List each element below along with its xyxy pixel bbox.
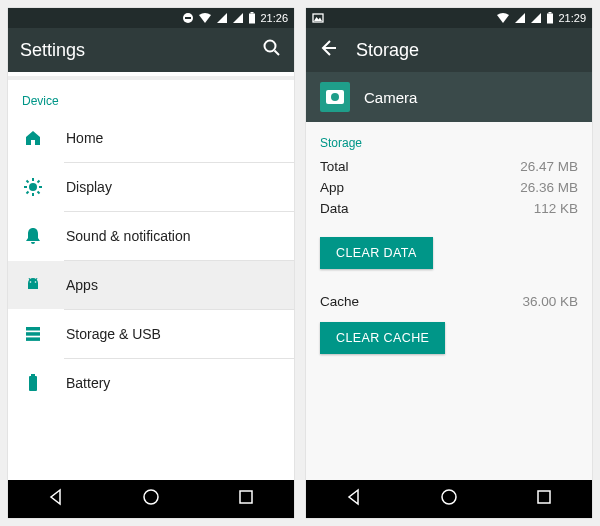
storage-icon [22,324,44,344]
battery-icon [22,373,44,393]
svg-point-29 [442,490,456,504]
item-label: Sound & notification [66,228,191,244]
svg-rect-22 [29,376,37,391]
back-icon[interactable] [318,38,338,62]
row-cache: Cache 36.00 KB [306,291,592,312]
svg-line-12 [38,192,40,194]
signal-icon-2 [232,12,244,24]
svg-point-24 [144,490,158,504]
sidebar-item-apps[interactable]: Apps [8,261,294,309]
battery-icon [248,12,256,24]
wifi-icon [496,12,510,24]
svg-rect-27 [547,14,553,24]
battery-icon [546,12,554,24]
svg-point-6 [29,183,37,191]
svg-rect-19 [26,327,40,331]
storage-screen: 21:29 Storage Camera Storage Total 26.47… [306,8,592,518]
search-icon[interactable] [262,38,282,62]
value-total: 26.47 MB [520,159,578,174]
item-label: Storage & USB [66,326,161,342]
label-data: Data [320,201,349,216]
svg-point-15 [30,281,32,283]
storage-content: Storage Total 26.47 MB App 26.36 MB Data… [306,122,592,480]
section-storage-label: Storage [306,122,592,156]
recent-nav-icon[interactable] [533,486,555,512]
home-icon [22,128,44,148]
status-time: 21:29 [558,12,586,24]
settings-screen: 21:26 Settings Device Home Display [8,8,294,518]
sidebar-item-sound[interactable]: Sound & notification [8,212,294,260]
label-app: App [320,180,344,195]
svg-rect-23 [31,374,35,376]
svg-rect-28 [549,12,552,14]
status-bar: 21:26 [8,8,294,28]
page-title: Settings [20,40,85,61]
sidebar-item-display[interactable]: Display [8,163,294,211]
svg-line-18 [36,278,37,280]
home-nav-icon[interactable] [438,486,460,512]
item-label: Battery [66,375,110,391]
app-bar: Storage [306,28,592,72]
svg-rect-21 [26,337,40,341]
brightness-icon [22,177,44,197]
storage-readout: Total 26.47 MB App 26.36 MB Data 112 KB [306,156,592,227]
row-app: App 26.36 MB [306,177,592,198]
svg-rect-1 [185,17,191,19]
svg-line-13 [27,192,29,194]
svg-rect-25 [240,491,252,503]
signal-icon-2 [530,12,542,24]
recent-nav-icon[interactable] [235,486,257,512]
row-total: Total 26.47 MB [306,156,592,177]
svg-point-16 [35,281,37,283]
label-cache: Cache [320,294,359,309]
bell-icon [22,226,44,246]
status-bar: 21:29 [306,8,592,28]
app-header: Camera [306,72,592,122]
svg-rect-20 [26,332,40,336]
clear-cache-button[interactable]: CLEAR CACHE [320,322,445,354]
item-label: Display [66,179,112,195]
back-nav-icon[interactable] [343,486,365,512]
android-icon [22,275,44,295]
status-time: 21:26 [260,12,288,24]
nav-bar [8,480,294,518]
nav-bar [306,480,592,518]
svg-rect-30 [538,491,550,503]
app-bar: Settings [8,28,294,72]
home-nav-icon[interactable] [140,486,162,512]
camera-app-icon [320,82,350,112]
settings-content: Device Home Display Sound & notification [8,80,294,480]
value-data: 112 KB [534,201,578,216]
signal-icon [216,12,228,24]
svg-line-17 [29,278,30,280]
svg-rect-2 [249,14,255,24]
back-nav-icon[interactable] [45,486,67,512]
dnd-icon [182,12,194,24]
value-app: 26.36 MB [520,180,578,195]
section-device-label: Device [8,80,294,114]
label-total: Total [320,159,349,174]
sidebar-item-battery[interactable]: Battery [8,359,294,407]
wifi-icon [198,12,212,24]
clear-data-button[interactable]: CLEAR DATA [320,237,433,269]
item-label: Home [66,130,103,146]
app-name: Camera [364,89,417,106]
sidebar-item-storage[interactable]: Storage & USB [8,310,294,358]
svg-line-5 [275,51,280,56]
page-title: Storage [356,40,419,61]
sidebar-item-home[interactable]: Home [8,114,294,162]
svg-point-4 [265,41,276,52]
value-cache: 36.00 KB [522,294,578,309]
item-label: Apps [66,277,98,293]
signal-icon [514,12,526,24]
svg-line-14 [38,181,40,183]
row-data: Data 112 KB [306,198,592,219]
svg-line-11 [27,181,29,183]
screenshot-icon [312,12,324,24]
svg-rect-3 [251,12,254,14]
